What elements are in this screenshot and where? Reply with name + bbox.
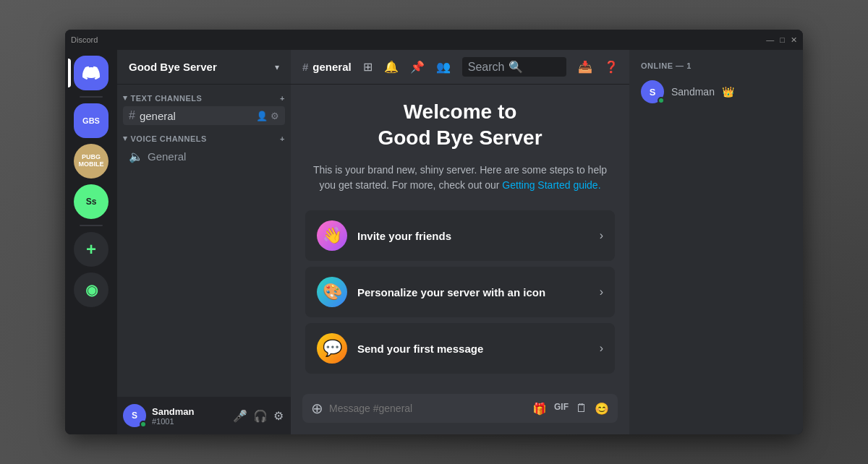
discord-window: Discord — □ ✕ GBS PUBGMOBILE xyxy=(65,30,803,434)
welcome-subtitle: This is your brand new, shiny server. He… xyxy=(305,163,615,193)
emoji-icon[interactable]: 😊 xyxy=(595,402,609,416)
user-status-dot xyxy=(140,421,147,428)
action-card-message[interactable]: 💬 Send your first message › xyxy=(305,323,615,374)
gift-icon[interactable]: 🎁 xyxy=(532,402,547,416)
server-list-divider-2 xyxy=(80,225,103,226)
add-server-button[interactable]: + xyxy=(74,232,109,267)
channel-header: # general ⊞ 🔔 📌 👥 Search 🔍 📥 ❓ xyxy=(291,50,629,85)
members-icon[interactable]: 👥 xyxy=(436,60,451,74)
inbox-icon[interactable]: 📥 xyxy=(578,60,592,74)
search-icon: 🔍 xyxy=(509,60,523,74)
mute-button[interactable]: 🎤 xyxy=(231,408,249,424)
hash-icon: # xyxy=(129,109,135,122)
main-content: # general ⊞ 🔔 📌 👥 Search 🔍 📥 ❓ xyxy=(291,50,629,434)
welcome-container: Welcome to Good Bye Server This is your … xyxy=(305,99,615,380)
text-channels-label: TEXT CHANNELS xyxy=(131,94,203,103)
close-button[interactable]: ✕ xyxy=(791,35,797,45)
user-tag: #1001 xyxy=(152,417,226,426)
member-avatar-sandman: S xyxy=(641,80,664,103)
help-icon[interactable]: ❓ xyxy=(604,60,618,74)
add-voice-channel-button[interactable]: + xyxy=(280,134,285,143)
window-controls: — □ ✕ xyxy=(766,35,797,45)
add-attachment-button[interactable]: ⊕ xyxy=(311,400,323,417)
member-avatar-text: S xyxy=(650,87,656,98)
user-settings-button[interactable]: ⚙ xyxy=(272,408,285,424)
action-card-invite[interactable]: 👋 Invite your friends › xyxy=(305,210,615,261)
header-hash-icon: # xyxy=(302,61,308,73)
welcome-title-line1: Welcome to xyxy=(305,99,615,125)
channel-list: ▾ TEXT CHANNELS + # general 👤 ⚙ xyxy=(117,85,291,397)
speaker-icon: 🔈 xyxy=(129,150,143,163)
server-icon-ss[interactable]: Ss xyxy=(74,184,109,219)
text-channels-chevron: ▾ xyxy=(123,93,128,103)
maximize-button[interactable]: □ xyxy=(780,35,785,45)
user-avatar-text: S xyxy=(132,411,137,421)
server-list: GBS PUBGMOBILE Ss + ◉ xyxy=(65,50,117,434)
minimize-button[interactable]: — xyxy=(766,35,774,45)
message-input-box: ⊕ 🎁 GIF 🗒 😊 xyxy=(302,394,618,423)
online-count: ONLINE — 1 xyxy=(635,61,797,70)
user-name: Sandman xyxy=(152,406,226,417)
text-channels-category[interactable]: ▾ TEXT CHANNELS + xyxy=(117,90,291,106)
personalize-icon: 🎨 xyxy=(317,277,347,307)
server-list-divider xyxy=(80,96,103,98)
welcome-title-line2: Good Bye Server xyxy=(305,125,615,151)
server-label-gbs: GBS xyxy=(82,116,100,125)
invite-label: Invite your friends xyxy=(357,230,590,242)
channel-name-general: general xyxy=(140,110,176,122)
member-name-sandman: Sandman xyxy=(671,86,715,98)
app-title: Discord xyxy=(71,35,98,44)
add-user-icon[interactable]: 👤 xyxy=(256,111,268,121)
message-input[interactable] xyxy=(329,403,527,414)
server-icon-gbs[interactable]: GBS xyxy=(74,103,109,138)
action-card-personalize[interactable]: 🎨 Personalize your server with an icon › xyxy=(305,267,615,317)
user-avatar: S xyxy=(123,404,146,427)
getting-started-link[interactable]: Getting Started guide. xyxy=(502,179,600,191)
member-badge-sandman: 👑 xyxy=(722,86,734,98)
threads-icon[interactable]: ⊞ xyxy=(363,60,373,74)
deafen-button[interactable]: 🎧 xyxy=(252,408,269,424)
notifications-icon[interactable]: 🔔 xyxy=(384,60,399,74)
welcome-title: Welcome to Good Bye Server xyxy=(305,99,615,152)
app-body: GBS PUBGMOBILE Ss + ◉ Good Bye Server ▾ xyxy=(65,50,803,434)
voice-channels-label: VOICE CHANNELS xyxy=(131,134,207,143)
invite-icon: 👋 xyxy=(317,220,347,251)
discord-home-button[interactable] xyxy=(74,56,109,90)
settings-icon[interactable]: ⚙ xyxy=(271,111,279,121)
members-sidebar: ONLINE — 1 S Sandman 👑 xyxy=(629,50,803,434)
search-placeholder: Search xyxy=(468,61,505,74)
user-panel: S Sandman #1001 🎤 🎧 ⚙ xyxy=(117,397,291,434)
voice-channels-category[interactable]: ▾ VOICE CHANNELS + xyxy=(117,131,291,146)
server-label-ss: Ss xyxy=(86,197,97,207)
message-input-area: ⊕ 🎁 GIF 🗒 😊 xyxy=(291,394,629,434)
message-chevron: › xyxy=(600,342,603,355)
header-channel-name: # general xyxy=(302,61,352,73)
search-bar[interactable]: Search 🔍 xyxy=(462,57,566,77)
personalize-chevron: › xyxy=(600,285,603,298)
message-icon: 💬 xyxy=(317,333,347,364)
voice-channel-general[interactable]: 🔈 General xyxy=(123,147,285,166)
member-sandman[interactable]: S Sandman 👑 xyxy=(635,76,797,108)
invite-chevron: › xyxy=(600,229,603,242)
channel-sidebar: Good Bye Server ▾ ▾ TEXT CHANNELS + # ge… xyxy=(117,50,291,434)
header-icons: ⊞ 🔔 📌 👥 Search 🔍 📥 ❓ xyxy=(363,57,618,77)
channel-general[interactable]: # general 👤 ⚙ xyxy=(123,106,285,125)
server-label-pubg: PUBGMOBILE xyxy=(79,154,104,168)
explore-button[interactable]: ◉ xyxy=(74,272,109,307)
server-chevron-icon: ▾ xyxy=(275,62,279,72)
server-icon-pubg[interactable]: PUBGMOBILE xyxy=(74,144,109,179)
server-name: Good Bye Server xyxy=(129,61,217,73)
user-info: Sandman #1001 xyxy=(152,406,226,426)
server-header[interactable]: Good Bye Server ▾ xyxy=(117,50,291,85)
title-bar: Discord — □ ✕ xyxy=(65,30,803,50)
pinned-icon[interactable]: 📌 xyxy=(410,60,425,74)
add-text-channel-button[interactable]: + xyxy=(280,94,285,103)
chat-area: Welcome to Good Bye Server This is your … xyxy=(291,85,629,394)
sticker-icon[interactable]: 🗒 xyxy=(576,402,587,416)
gif-icon[interactable]: GIF xyxy=(554,402,569,416)
personalize-label: Personalize your server with an icon xyxy=(357,286,590,298)
header-channel-label: general xyxy=(312,61,351,73)
voice-channel-name: General xyxy=(148,150,186,163)
input-actions: 🎁 GIF 🗒 😊 xyxy=(532,402,609,416)
user-controls: 🎤 🎧 ⚙ xyxy=(231,408,285,424)
